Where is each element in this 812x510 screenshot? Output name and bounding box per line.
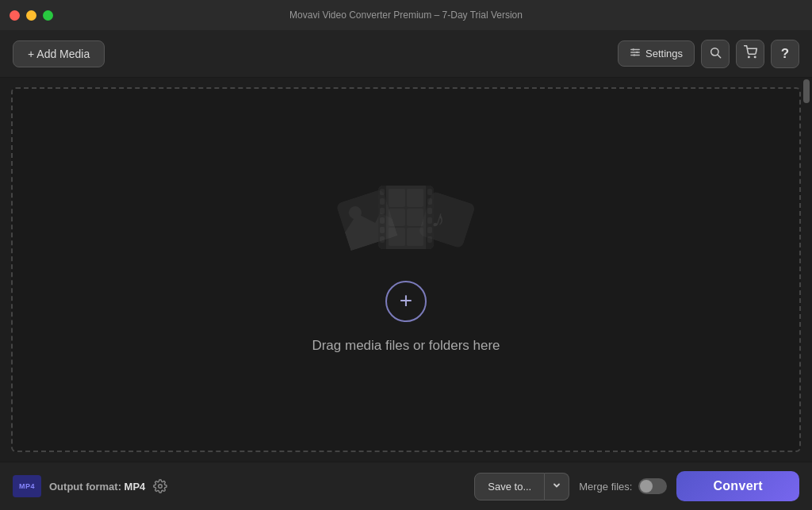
save-to-button[interactable]: Save to... xyxy=(474,473,545,500)
output-format-value: MP4 xyxy=(124,481,146,493)
merge-files-label: Merge files: xyxy=(579,481,632,493)
svg-point-4 xyxy=(636,52,638,53)
svg-point-15 xyxy=(159,485,163,489)
help-icon: ? xyxy=(781,46,789,62)
svg-point-9 xyxy=(754,56,755,57)
plus-icon: + xyxy=(400,290,412,312)
drop-zone[interactable]: ♪ + Drag media files or folders here xyxy=(11,87,801,452)
cart-button[interactable] xyxy=(736,40,764,68)
settings-label: Settings xyxy=(645,48,683,59)
mp4-badge: MP4 xyxy=(13,475,41,497)
maximize-button[interactable] xyxy=(43,10,53,21)
search-icon xyxy=(709,46,722,62)
merge-files-toggle[interactable] xyxy=(638,478,667,494)
minimize-button[interactable] xyxy=(26,10,36,21)
output-label-text: Output format: xyxy=(49,481,124,493)
toolbar: + Add Media Settings xyxy=(0,30,812,78)
gear-icon xyxy=(153,479,167,493)
svg-point-5 xyxy=(634,54,635,56)
bottom-right-actions: Save to... Merge files: Convert xyxy=(474,471,799,501)
drop-zone-container: ♪ + Drag media files or folders here xyxy=(0,78,812,462)
cart-icon xyxy=(744,45,757,62)
film-icon xyxy=(378,186,434,249)
add-files-button[interactable]: + xyxy=(385,281,427,322)
settings-icon xyxy=(630,47,641,60)
output-settings-button[interactable] xyxy=(153,479,167,493)
convert-button[interactable]: Convert xyxy=(676,471,799,501)
save-to-dropdown-button[interactable] xyxy=(545,473,569,500)
output-format-label: Output format: MP4 xyxy=(49,481,145,493)
search-button[interactable] xyxy=(701,40,730,68)
close-button[interactable] xyxy=(10,10,20,21)
toolbar-right-actions: Settings ? xyxy=(618,40,799,68)
save-to-group: Save to... xyxy=(474,473,569,500)
svg-point-8 xyxy=(748,56,749,57)
window-controls xyxy=(10,10,53,21)
window-title: Movavi Video Converter Premium – 7-Day T… xyxy=(289,10,523,21)
add-media-button[interactable]: + Add Media xyxy=(13,40,105,67)
svg-point-3 xyxy=(633,48,634,50)
scrollbar-thumb[interactable] xyxy=(803,79,810,103)
dropdown-chevron-icon xyxy=(553,481,561,491)
scrollbar[interactable] xyxy=(801,78,812,462)
settings-button[interactable]: Settings xyxy=(618,40,695,67)
media-type-icons: ♪ xyxy=(343,186,469,265)
svg-line-7 xyxy=(718,55,721,58)
title-bar: Movavi Video Converter Premium – 7-Day T… xyxy=(0,0,812,30)
merge-files-section: Merge files: xyxy=(579,478,667,494)
bottom-bar: MP4 Output format: MP4 Save to... Merge … xyxy=(0,462,812,510)
output-format-section: MP4 Output format: MP4 xyxy=(13,475,167,497)
help-button[interactable]: ? xyxy=(771,40,799,68)
drag-drop-label: Drag media files or folders here xyxy=(312,338,500,354)
